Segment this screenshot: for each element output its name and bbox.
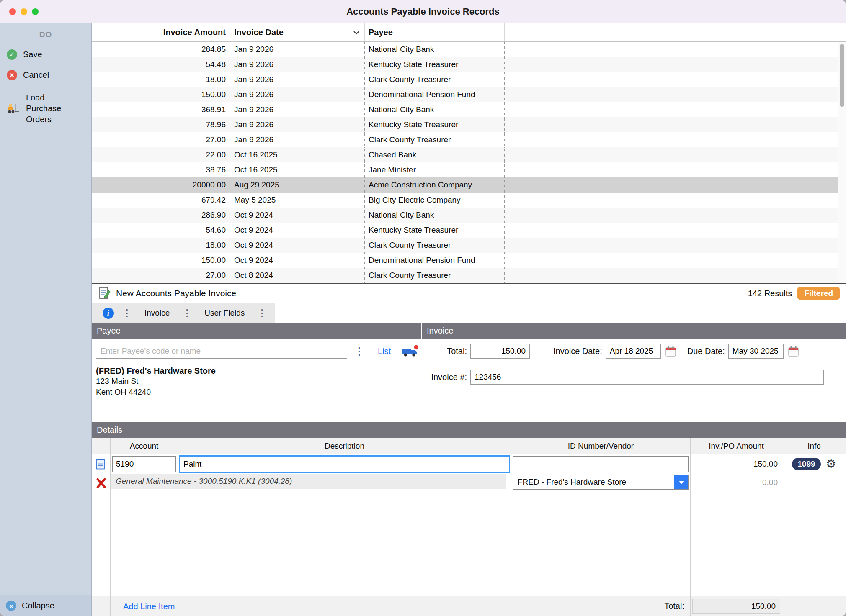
add-line-item-link[interactable]: Add Line Item <box>123 602 175 611</box>
cell-invoice-amount: 20000.00 <box>92 177 230 192</box>
line-item-row: 150.00 1099 ⚙ <box>92 454 846 474</box>
id-number-input[interactable] <box>513 456 689 472</box>
description-input[interactable] <box>179 455 510 473</box>
filtered-badge[interactable]: Filtered <box>797 287 840 300</box>
invoice-record-row[interactable]: 679.42 May 5 2025 Big City Electric Comp… <box>92 192 846 208</box>
invoice-record-row[interactable]: 54.48 Jan 9 2026 Kentucky State Treasure… <box>92 57 846 72</box>
column-header-description: Description <box>178 438 511 454</box>
close-button[interactable] <box>9 8 16 15</box>
invoice-number-input[interactable] <box>470 370 824 385</box>
tab-invoice[interactable]: Invoice <box>140 305 174 321</box>
app-window: Accounts Payable Invoice Records DO ✓ Sa… <box>0 0 846 616</box>
column-header-invoice-amount[interactable]: Invoice Amount <box>92 23 230 41</box>
invoice-record-row[interactable]: 150.00 Oct 9 2024 Denominational Pension… <box>92 253 846 268</box>
titlebar: Accounts Payable Invoice Records <box>0 0 846 23</box>
line-item-detail-row: General Maintenance - 3000.5190.K.K1 (30… <box>92 474 846 492</box>
dropdown-chevron-icon[interactable] <box>674 475 688 489</box>
cell-invoice-amount: 78.96 <box>92 117 230 132</box>
cell-invoice-date: Jan 9 2026 <box>230 102 365 117</box>
cell-payee: Clark County Treasurer <box>365 72 505 87</box>
invoice-record-row[interactable]: 22.00 Oct 16 2025 Chased Bank <box>92 147 846 162</box>
invoice-number-label: Invoice #: <box>422 372 467 382</box>
invoice-record-row[interactable]: 78.96 Jan 9 2026 Kentucky State Treasure… <box>92 117 846 132</box>
sort-chevron-icon <box>353 30 360 35</box>
table-scrollbar[interactable] <box>838 42 846 283</box>
delete-line-icon[interactable] <box>95 477 107 489</box>
cell-invoice-date: Jan 9 2026 <box>230 117 365 132</box>
details-empty-area <box>92 492 846 596</box>
account-input[interactable] <box>112 456 176 472</box>
tab-user-fields[interactable]: User Fields <box>200 305 249 321</box>
info-icon[interactable]: i <box>103 308 114 319</box>
cell-payee: Denominational Pension Fund <box>365 253 505 268</box>
invoice-record-row[interactable]: 284.85 Jan 9 2026 National City Bank <box>92 42 846 57</box>
zoom-button[interactable] <box>32 8 39 15</box>
column-header-account: Account <box>111 438 178 454</box>
load-purchase-orders-button[interactable]: Load Purchase Orders <box>0 92 91 125</box>
column-header-payee[interactable]: Payee <box>365 23 505 41</box>
total-input[interactable] <box>470 344 530 359</box>
details-panel-header: Details <box>92 422 846 438</box>
cell-payee: Clark County Treasurer <box>365 238 505 253</box>
details-total-label: Total: <box>511 596 691 616</box>
payee-search-input[interactable] <box>96 344 347 359</box>
invoice-record-row[interactable]: 27.00 Jan 9 2026 Clark County Treasurer <box>92 132 846 147</box>
invoice-record-row[interactable]: 150.00 Jan 9 2026 Denominational Pension… <box>92 87 846 102</box>
cell-invoice-date: Oct 8 2024 <box>230 268 365 283</box>
check-icon: ✓ <box>7 49 17 60</box>
invoice-record-row[interactable]: 368.91 Jan 9 2026 National City Bank <box>92 102 846 117</box>
payee-panel-header: Payee <box>92 323 421 339</box>
save-button[interactable]: ✓ Save <box>0 49 91 60</box>
scrollbar-thumb[interactable] <box>840 44 844 107</box>
cell-invoice-date: Oct 16 2025 <box>230 147 365 162</box>
records-table: Invoice Amount Invoice Date Payee 284.8 <box>92 23 846 283</box>
cancel-button[interactable]: × Cancel <box>0 70 91 80</box>
cell-invoice-date: Jan 9 2026 <box>230 87 365 102</box>
truck-icon[interactable] <box>402 344 419 358</box>
invoice-record-row[interactable]: 286.90 Oct 9 2024 National City Bank <box>92 208 846 223</box>
invoice-date-input[interactable] <box>606 344 661 359</box>
invoice-record-row[interactable]: 27.00 Oct 8 2024 Clark County Treasurer <box>92 268 846 283</box>
cell-payee: National City Bank <box>365 208 505 223</box>
vendor-select[interactable]: FRED - Fred's Hardware Store <box>513 475 689 490</box>
collapse-button[interactable]: « Collapse <box>0 595 91 616</box>
1099-badge[interactable]: 1099 <box>792 458 820 470</box>
due-date-label: Due Date: <box>687 346 725 356</box>
invoice-record-row[interactable]: 18.00 Jan 9 2026 Clark County Treasurer <box>92 72 846 87</box>
gear-icon[interactable]: ⚙ <box>826 458 836 470</box>
column-header-info: Info <box>782 438 846 454</box>
calendar-icon[interactable] <box>665 346 676 357</box>
form-panels: Payee ⋮ List <box>92 323 846 422</box>
minimize-button[interactable] <box>21 8 27 15</box>
cell-payee: National City Bank <box>365 102 505 117</box>
cell-invoice-amount: 22.00 <box>92 147 230 162</box>
drag-handle-icon[interactable]: ⋮ <box>257 308 267 318</box>
payee-menu-icon[interactable]: ⋮ <box>354 346 364 357</box>
vendor-select-value: FRED - Fred's Hardware Store <box>513 475 674 489</box>
cell-payee: Clark County Treasurer <box>365 132 505 147</box>
cell-invoice-date: Aug 29 2025 <box>230 177 365 192</box>
tab-strip: i ⋮ Invoice ⋮ User Fields ⋮ <box>92 303 275 323</box>
invoice-record-row[interactable]: 20000.00 Aug 29 2025 Acme Construction C… <box>92 177 846 192</box>
invoice-panel: Invoice Total: Invoice Date: <box>422 323 846 422</box>
invoice-record-row[interactable]: 54.60 Oct 9 2024 Kentucky State Treasure… <box>92 223 846 238</box>
details-total-value: 150.00 <box>692 599 780 614</box>
payee-address-line2: Kent OH 44240 <box>96 387 421 398</box>
record-title: New Accounts Payable Invoice <box>116 288 236 298</box>
drag-handle-icon[interactable]: ⋮ <box>122 308 132 318</box>
cell-payee: Acme Construction Company <box>365 177 505 192</box>
payee-list-link[interactable]: List <box>378 346 391 356</box>
memo-icon[interactable] <box>95 459 107 470</box>
column-header-invoice-date[interactable]: Invoice Date <box>230 23 365 41</box>
cell-invoice-date: Oct 9 2024 <box>230 223 365 238</box>
due-date-input[interactable] <box>728 344 784 359</box>
calendar-icon[interactable] <box>788 346 799 357</box>
details-panel: Details Account Description ID Number/Ve… <box>92 422 846 616</box>
sidebar-section-header: DO <box>0 30 91 39</box>
vendor-amount-value: 0.00 <box>691 474 782 492</box>
cell-payee: Big City Electric Company <box>365 192 505 208</box>
invoice-record-row[interactable]: 38.76 Oct 16 2025 Jane Minister <box>92 162 846 177</box>
invoice-record-row[interactable]: 18.00 Oct 9 2024 Clark County Treasurer <box>92 238 846 253</box>
drag-handle-icon[interactable]: ⋮ <box>182 308 192 318</box>
column-header-inv-po-amount: Inv./PO Amount <box>691 438 782 454</box>
